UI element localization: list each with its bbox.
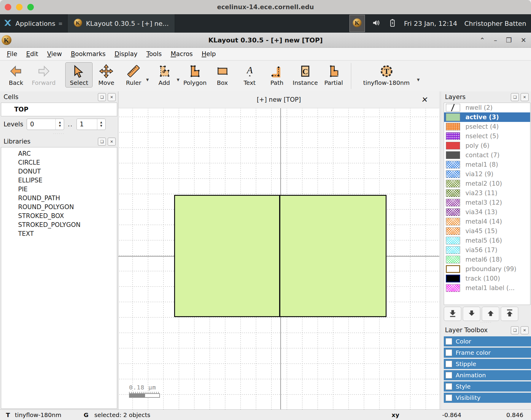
menu-file[interactable]: File (2, 50, 22, 58)
toolbox-row-color[interactable]: Color (444, 336, 531, 346)
levels-from-value[interactable]: 0 (27, 119, 55, 130)
ruler-button[interactable]: Ruler (120, 62, 147, 88)
libraries-close-button[interactable]: ✕ (108, 138, 116, 146)
library-item-stroked_box[interactable]: STROKED_BOX (1, 211, 117, 220)
layer-row[interactable]: metal5 (16) (444, 236, 530, 245)
dropdown-arrow-icon[interactable]: ▼ (417, 78, 420, 82)
layer-row[interactable]: metal1 label (... (444, 283, 530, 293)
menu-tools[interactable]: Tools (142, 50, 166, 58)
toolbox-close-button[interactable]: ✕ (521, 326, 529, 334)
volume-icon[interactable] (372, 18, 381, 29)
partial-button[interactable]: Partial (320, 62, 347, 88)
layer-row[interactable]: via34 (13) (444, 207, 530, 217)
layer-row[interactable]: via56 (17) (444, 245, 530, 255)
menu-edit[interactable]: Edit (22, 50, 43, 58)
layer-row[interactable]: via45 (15) (444, 226, 530, 236)
tab-close-icon[interactable]: ✕ (421, 95, 429, 104)
toolbox-row-visibility[interactable]: Visibility (444, 393, 531, 403)
library-item-round_path[interactable]: ROUND_PATH (1, 194, 117, 203)
close-button[interactable]: ✕ (521, 36, 526, 44)
panel-splitter-handle[interactable]: ······ (0, 132, 118, 136)
move-layer-top-button[interactable] (501, 307, 518, 321)
path-button[interactable]: Path (263, 62, 291, 88)
toolbox-checkbox[interactable] (446, 361, 452, 367)
user-name[interactable]: Christopher Batten (464, 20, 526, 27)
library-item-stroked_polygon[interactable]: STROKED_POLYGON (1, 220, 117, 229)
toolbox-row-stipple[interactable]: Stipple (444, 359, 531, 369)
select-button[interactable]: Select (65, 62, 93, 88)
menu-bookmarks[interactable]: Bookmarks (66, 50, 110, 58)
layout-canvas[interactable]: 0.18 µm (118, 108, 439, 410)
levels-to-spinner[interactable]: 1 ▲▼ (77, 119, 106, 130)
levels-from-spinner[interactable]: 0 ▲▼ (27, 119, 64, 130)
back-button[interactable]: Back (2, 62, 30, 88)
shade-button[interactable]: ⌃ (479, 36, 485, 44)
layer-row[interactable]: via23 (11) (444, 188, 530, 198)
menu-display[interactable]: Display (110, 50, 142, 58)
active-rectangle-left[interactable] (174, 195, 280, 317)
layer-row[interactable]: pselect (4) (444, 122, 530, 131)
box-button[interactable]: Box (209, 62, 236, 88)
library-item-text[interactable]: TEXT (1, 229, 117, 238)
toolbox-checkbox[interactable] (446, 372, 452, 378)
active-rectangle-right[interactable] (279, 195, 387, 317)
add-button[interactable]: Add (151, 62, 178, 88)
text-button[interactable]: AText (236, 62, 263, 88)
library-item-ellipse[interactable]: ELLIPSE (1, 176, 117, 185)
toolbox-checkbox[interactable] (446, 349, 452, 356)
layer-row[interactable]: nselect (5) (444, 131, 530, 141)
layer-row[interactable]: poly (6) (444, 141, 530, 150)
toolbox-row-style[interactable]: Style (444, 381, 531, 392)
menu-macros[interactable]: Macros (166, 50, 197, 58)
move-button[interactable]: Move (93, 62, 120, 88)
canvas-tab-title[interactable]: [+] new [TOP] (118, 96, 439, 103)
spinner-arrows-icon[interactable]: ▲▼ (55, 119, 64, 130)
library-item-round_polygon[interactable]: ROUND_POLYGON (1, 203, 117, 211)
toolbox-checkbox[interactable] (446, 394, 452, 401)
toolbox-splitter-handle[interactable]: ······ (441, 321, 531, 324)
cell-item-top[interactable]: TOP (14, 106, 28, 113)
layer-row[interactable]: nwell (2) (444, 103, 530, 112)
menu-help[interactable]: Help (197, 50, 220, 58)
toolbox-checkbox[interactable] (446, 338, 452, 345)
library-item-circle[interactable]: CIRCLE (1, 158, 117, 167)
mac-close-button[interactable] (5, 4, 11, 10)
dropdown-arrow-icon[interactable]: ▼ (146, 78, 149, 82)
layer-row[interactable]: prboundary (99) (444, 264, 530, 274)
layer-row[interactable]: metal6 (18) (444, 255, 530, 264)
layer-row[interactable]: track (100) (444, 274, 530, 283)
toolbox-checkbox[interactable] (446, 383, 452, 390)
maximize-button[interactable]: ❒ (506, 36, 512, 44)
forward-button[interactable]: Forward (30, 62, 58, 88)
libraries-float-button[interactable]: ❏ (98, 138, 106, 146)
minimize-button[interactable]: – (494, 36, 497, 44)
layer-row[interactable]: metal3 (12) (444, 198, 530, 207)
levels-to-value[interactable]: 1 (77, 119, 97, 130)
library-item-pie[interactable]: PIE (1, 185, 117, 194)
toolbox-float-button[interactable]: ❏ (511, 326, 519, 334)
taskbar-window-button[interactable]: K KLayout 0.30.5 - [+] ne... (67, 14, 175, 33)
tray-klayout-button[interactable]: K (349, 15, 365, 32)
spinner-arrows-icon[interactable]: ▲▼ (97, 119, 105, 130)
toolbox-row-animation[interactable]: Animation (444, 370, 531, 380)
cells-float-button[interactable]: ❏ (98, 93, 106, 101)
layer-row[interactable]: contact (7) (444, 150, 530, 160)
polygon-button[interactable]: Polygon (181, 62, 209, 88)
layer-row[interactable]: metal1 (8) (444, 160, 530, 169)
cells-close-button[interactable]: ✕ (108, 93, 116, 101)
library-item-donut[interactable]: DONUT (1, 167, 117, 176)
instance-button[interactable]: CInstance (291, 62, 320, 88)
menu-view[interactable]: View (43, 50, 66, 58)
layer-row[interactable]: metal2 (10) (444, 179, 530, 188)
layer-row[interactable]: active (3) (444, 112, 530, 122)
tinyflow-180nm-button[interactable]: Ttinyflow-180nm (355, 62, 418, 88)
layers-close-button[interactable]: ✕ (521, 93, 529, 101)
layers-float-button[interactable]: ❏ (511, 93, 519, 101)
layer-row[interactable]: via12 (9) (444, 169, 530, 179)
toolbox-row-frame-color[interactable]: Frame color (444, 348, 531, 358)
clock[interactable]: Fri 23 Jan, 12:14 (404, 20, 457, 27)
applications-menu[interactable]: Applications ≡ (3, 18, 63, 29)
layer-row[interactable]: metal4 (14) (444, 217, 530, 226)
move-layer-up-button[interactable] (482, 307, 499, 321)
mac-zoom-button[interactable] (27, 4, 34, 10)
